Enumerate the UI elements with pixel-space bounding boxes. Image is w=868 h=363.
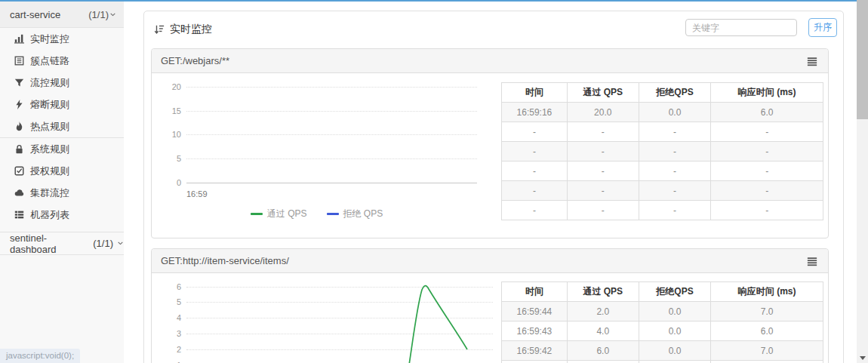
sidebar-item-label: 机器列表	[30, 208, 69, 222]
sidebar-group-cart-service[interactable]: cart-service (1/1)	[0, 2, 124, 28]
y-tick: 2	[156, 345, 186, 354]
cell: -	[502, 142, 568, 162]
scrollbar-thumb[interactable]	[857, 0, 868, 119]
gridline	[186, 302, 493, 303]
panel-header: GET:/webjars/**	[152, 49, 828, 73]
sidebar-item-cluster-link[interactable]: 簇点链路	[0, 50, 124, 72]
legend-block-qps: 拒绝 QPS	[327, 208, 383, 220]
y-tick: 10	[156, 130, 186, 139]
cell: -	[639, 162, 711, 181]
vertical-scrollbar[interactable]	[857, 0, 868, 363]
gridline	[186, 158, 477, 159]
cell: -	[502, 122, 568, 142]
sort-ascending-button[interactable]: 升序	[808, 18, 837, 37]
cell: -	[567, 142, 639, 162]
legend-pass-qps: 通过 QPS	[251, 208, 307, 220]
fire-icon	[14, 122, 24, 131]
hamburger-menu-icon[interactable]	[807, 257, 817, 266]
resource-panel-item-service: GET:http://item-service/items/ 6 5 4 3 2…	[151, 248, 829, 363]
resource-title: GET:http://item-service/items/	[161, 255, 289, 266]
cell: -	[711, 162, 823, 181]
cell: -	[502, 162, 568, 181]
cell: 2.0	[567, 302, 639, 321]
y-tick: 5	[156, 154, 186, 163]
y-tick: 0	[156, 178, 186, 187]
instance-count: (1/1)	[93, 238, 113, 249]
resource-title: GET:/webjars/**	[161, 55, 229, 66]
cell: -	[567, 162, 639, 181]
toolbar: 实时监控 升序	[144, 11, 843, 48]
sidebar-item-cluster-flow[interactable]: 集群流控	[0, 182, 124, 204]
cell: -	[639, 201, 711, 220]
realtime-stats-table: 时间 通过 QPS 拒绝QPS 响应时间 (ms) 16:59:442.00.0…	[501, 281, 823, 363]
chart-bar-icon	[14, 34, 24, 44]
sidebar-item-label: 集群流控	[30, 186, 69, 200]
top-accent-border	[0, 0, 857, 2]
cell: -	[711, 122, 823, 142]
y-tick: 15	[156, 106, 186, 115]
chart-legend: 通过 QPS 拒绝 QPS	[156, 208, 477, 220]
machine-list-icon	[14, 210, 24, 220]
main-content-card: 实时监控 升序 GET:/webjars/** 20 15 10 5 0 16:…	[143, 11, 844, 363]
qps-chart-item-service: 6 5 4 3 2 1	[156, 279, 493, 363]
cell: 20.0	[567, 103, 639, 122]
page-title: 实时监控	[154, 23, 212, 36]
green-line-swatch	[251, 213, 263, 215]
sidebar-item-realtime-monitoring[interactable]: 实时监控	[0, 28, 124, 50]
col-header-block-qps: 拒绝QPS	[639, 282, 711, 302]
table-row: 16:59:1620.00.06.0	[502, 103, 823, 122]
sidebar-item-degrade-rules[interactable]: 熔断规则	[0, 94, 124, 115]
check-square-icon	[14, 166, 24, 176]
page-title-text: 实时监控	[170, 23, 212, 36]
cell: 6.0	[711, 103, 823, 122]
cell	[567, 361, 639, 363]
col-header-response-time: 响应时间 (ms)	[711, 282, 823, 302]
cell: -	[711, 201, 823, 220]
list-box-icon	[14, 56, 24, 66]
sidebar-item-system-rules[interactable]: 系统规则	[0, 138, 124, 160]
cell: 16:59:43	[502, 321, 568, 341]
resource-panel-webjars: GET:/webjars/** 20 15 10 5 0 16:59 通过 QP…	[151, 48, 829, 238]
cell: -	[502, 201, 568, 220]
filter-icon	[14, 78, 24, 88]
table-row: ----	[502, 181, 823, 201]
search-input[interactable]	[685, 19, 797, 36]
chevron-down-icon	[117, 240, 124, 247]
gridline	[186, 134, 477, 135]
col-header-block-qps: 拒绝QPS	[639, 83, 711, 103]
sidebar-item-param-flow-rules[interactable]: 热点规则	[0, 115, 124, 137]
sidebar-group-sentinel-dashboard[interactable]: sentinel-dashboard (1/1)	[0, 232, 124, 255]
y-tick: 4	[156, 313, 186, 322]
col-header-pass-qps: 通过 QPS	[567, 83, 639, 103]
sidebar-item-label: 热点规则	[30, 120, 69, 134]
table-row: 16:59:426.00.07.0	[502, 341, 823, 361]
cell: 0.0	[639, 103, 711, 122]
cell: 4.0	[567, 321, 639, 341]
hamburger-menu-icon[interactable]	[807, 57, 817, 66]
sidebar-item-label: 系统规则	[30, 143, 69, 156]
cell: 7.0	[711, 341, 823, 361]
cell: 7.0	[711, 302, 823, 321]
sort-amount-icon	[154, 24, 165, 35]
cell: -	[567, 181, 639, 201]
cell: 16:59:44	[502, 302, 568, 321]
browser-status-link-hint: javascript:void(0);	[0, 349, 80, 363]
sidebar-item-authority-rules[interactable]: 授权规则	[0, 160, 124, 182]
gridline	[186, 87, 477, 88]
instance-count: (1/1)	[88, 9, 109, 20]
sidebar-item-flow-rules[interactable]: 流控规则	[0, 72, 124, 94]
table-row: ----	[502, 162, 823, 181]
cell: -	[711, 142, 823, 162]
scrollbar-down-arrow-icon[interactable]	[860, 356, 866, 360]
chevron-down-icon	[109, 11, 116, 18]
cell: 16:59:42	[502, 341, 568, 361]
sidebar-item-label: 簇点链路	[30, 54, 69, 68]
sidebar-item-label: 授权规则	[30, 165, 69, 178]
table-row: 16:59:434.00.06.0	[502, 321, 823, 341]
cell: -	[639, 181, 711, 201]
sidebar-item-machine-list[interactable]: 机器列表	[0, 204, 124, 226]
cell: -	[639, 142, 711, 162]
col-header-pass-qps: 通过 QPS	[567, 282, 639, 302]
panel-header: GET:http://item-service/items/	[152, 249, 828, 273]
col-header-response-time: 响应时间 (ms)	[711, 83, 823, 103]
